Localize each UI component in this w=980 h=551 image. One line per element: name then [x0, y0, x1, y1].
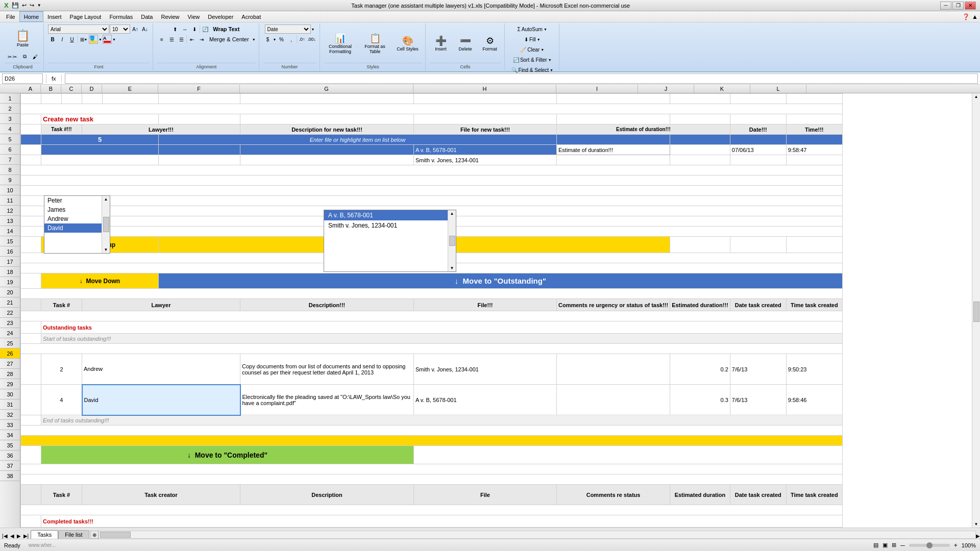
- cell-a15[interactable]: [21, 237, 41, 253]
- paste-btn[interactable]: 📋 Paste: [12, 25, 34, 52]
- menu-page-layout[interactable]: Page Layout: [66, 11, 106, 22]
- sort-filter-btn[interactable]: 🔃 Sort & Filter ▼: [510, 55, 554, 64]
- help-btn[interactable]: ❓: [962, 13, 970, 20]
- cell-d33-creator[interactable]: Task creator: [82, 485, 240, 505]
- file-scrollbar[interactable]: ▲ ▼: [448, 210, 456, 271]
- cell-l33-time[interactable]: Time task created: [786, 485, 842, 505]
- row-38[interactable]: 38: [0, 471, 20, 481]
- align-center-btn[interactable]: ☰: [167, 35, 176, 44]
- cell-i3[interactable]: [557, 114, 670, 124]
- cell-k1[interactable]: [730, 94, 786, 104]
- col-header-i[interactable]: I: [556, 85, 638, 93]
- cell-r29-yellow[interactable]: [21, 436, 843, 446]
- menu-acrobat[interactable]: Acrobat: [237, 11, 265, 22]
- zoom-out-btn[interactable]: ─: [900, 542, 905, 549]
- lawyer-peter[interactable]: Peter: [44, 196, 102, 205]
- row-1[interactable]: 1: [0, 93, 20, 104]
- cell-k3[interactable]: [730, 114, 786, 124]
- align-bottom-btn[interactable]: ⬇: [190, 24, 199, 34]
- cell-j20-est[interactable]: Estimated duration!!!: [670, 299, 730, 311]
- menu-data[interactable]: Data: [137, 11, 157, 22]
- cell-l1[interactable]: [786, 94, 842, 104]
- row-37[interactable]: 37: [0, 461, 20, 471]
- menu-developer[interactable]: Developer: [204, 11, 237, 22]
- row-4[interactable]: 4: [0, 124, 20, 134]
- file-scroll-thumb[interactable]: [449, 236, 455, 246]
- row-36[interactable]: 36: [0, 450, 20, 461]
- format-as-table-btn[interactable]: 📋 Format as Table: [359, 26, 391, 61]
- format-painter-btn[interactable]: 🖌: [30, 52, 40, 61]
- font-size-select[interactable]: 10: [110, 24, 130, 34]
- zoom-thumb[interactable]: [926, 542, 933, 548]
- cell-g7[interactable]: [240, 155, 414, 165]
- increase-font-btn[interactable]: A↑: [131, 24, 140, 34]
- number-format-arrow[interactable]: ▼: [311, 28, 315, 31]
- cell-b4-task[interactable]: Task #!!!: [41, 124, 82, 135]
- v-scroll-thumb[interactable]: [973, 302, 979, 322]
- cell-a22[interactable]: [21, 321, 41, 334]
- cell-d25-lawyer2[interactable]: Andrew: [82, 354, 240, 385]
- cell-i4-est[interactable]: Estimate of duration!!!: [557, 124, 730, 135]
- cell-h26-file4[interactable]: A v. B, 5678-001: [414, 385, 557, 415]
- undo-btn[interactable]: ↩: [22, 2, 27, 9]
- cell-l5[interactable]: [786, 135, 842, 145]
- row-24[interactable]: 24: [0, 328, 20, 338]
- view-layout-btn[interactable]: ▣: [883, 542, 888, 548]
- cell-i6[interactable]: Estimate of duration!!!: [557, 145, 670, 155]
- sort-filter-arrow[interactable]: ▼: [548, 58, 552, 62]
- cell-b35-completed-hdr[interactable]: Completed tasks!!!: [41, 515, 843, 528]
- cell-d1[interactable]: [82, 94, 103, 104]
- cell-k4-date[interactable]: Date!!!: [730, 124, 786, 135]
- cell-r9[interactable]: [21, 176, 843, 186]
- menu-insert[interactable]: Insert: [43, 11, 66, 22]
- cell-j15[interactable]: [670, 237, 730, 253]
- file-empty1[interactable]: [324, 231, 448, 241]
- tab-tasks[interactable]: Tasks: [31, 530, 58, 539]
- row-2[interactable]: 2: [0, 104, 20, 114]
- row-14[interactable]: 14: [0, 226, 20, 236]
- cell-b5-num[interactable]: 5: [41, 135, 159, 145]
- cell-r21[interactable]: [21, 311, 843, 321]
- cell-e1[interactable]: [103, 94, 159, 104]
- redo-btn[interactable]: ↪: [30, 2, 34, 9]
- close-btn[interactable]: ✕: [965, 2, 976, 10]
- clear-arrow[interactable]: ▼: [541, 48, 544, 52]
- cell-j5[interactable]: [670, 135, 730, 145]
- tab-file-list[interactable]: File list: [58, 530, 89, 539]
- cell-g25-desc2[interactable]: Copy documents from our list of document…: [240, 354, 414, 385]
- sheet-prev-btn[interactable]: ◀: [9, 533, 15, 539]
- ribbon-collapse-btn[interactable]: ▲: [972, 13, 978, 20]
- file-empty3[interactable]: [324, 251, 448, 261]
- decrease-font-btn[interactable]: A↓: [140, 24, 150, 34]
- increase-decimal-btn[interactable]: .0↑: [298, 35, 307, 44]
- italic-btn[interactable]: I: [58, 35, 67, 44]
- insert-btn[interactable]: ➕ Insert: [430, 26, 452, 61]
- currency-arrow[interactable]: ▼: [273, 38, 277, 41]
- cell-i25-comment2[interactable]: [557, 354, 670, 385]
- orientation-btn[interactable]: 🔄: [201, 24, 210, 34]
- row-8[interactable]: 8: [0, 165, 20, 175]
- col-header-f[interactable]: F: [158, 85, 240, 93]
- row-33[interactable]: 33: [0, 420, 20, 430]
- merge-arrow[interactable]: ▼: [252, 38, 256, 41]
- align-right-btn[interactable]: ☰: [177, 35, 186, 44]
- fill-btn[interactable]: ⬇ Fill ▼: [522, 35, 543, 44]
- cell-i7[interactable]: [557, 155, 670, 165]
- underline-btn[interactable]: U: [67, 35, 77, 44]
- file-avb[interactable]: A v. B, 5678-001: [324, 210, 448, 220]
- row-16[interactable]: 16: [0, 246, 20, 257]
- row-31[interactable]: 31: [0, 399, 20, 410]
- cell-h33-file[interactable]: File: [414, 485, 557, 505]
- clear-btn[interactable]: 🧹 Clear ▼: [518, 45, 547, 54]
- row-9[interactable]: 9: [0, 175, 20, 185]
- row-34[interactable]: 34: [0, 430, 20, 440]
- row-7[interactable]: 7: [0, 155, 20, 165]
- menu-view[interactable]: View: [184, 11, 204, 22]
- cell-k25-date2[interactable]: 7/6/13: [730, 354, 786, 385]
- cell-styles-btn[interactable]: 🎨 Cell Styles: [394, 26, 422, 61]
- h-scrollbar[interactable]: [99, 531, 976, 539]
- file-empty4[interactable]: [324, 261, 448, 271]
- fill-color-btn[interactable]: 🪣: [89, 35, 98, 44]
- cell-b20-tasknum[interactable]: Task #: [41, 299, 82, 311]
- cell-g6[interactable]: [240, 145, 414, 155]
